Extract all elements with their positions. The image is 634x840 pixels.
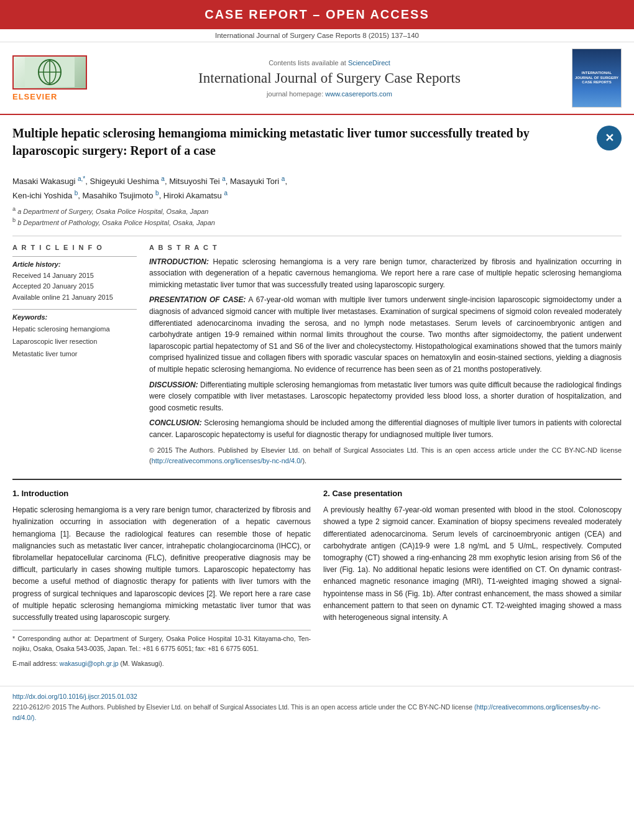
abstract-column: A B S T R A C T INTRODUCTION: Hepatic sc… bbox=[149, 244, 622, 470]
article-history-label: Article history: bbox=[12, 261, 137, 268]
copyright-license-link[interactable]: http://creativecommons.org/licenses/by-n… bbox=[152, 457, 303, 464]
body-right-column: 2. Case presentation A previously health… bbox=[323, 487, 622, 673]
keyword-1: Hepatic sclerosing hemangioma bbox=[12, 323, 137, 336]
homepage-label: journal homepage: bbox=[267, 90, 325, 98]
copyright-suffix: ). bbox=[302, 457, 306, 464]
conclusion-head: CONCLUSION: bbox=[149, 418, 202, 427]
footnote-email-label: E-mail address: bbox=[12, 660, 60, 667]
received-date: Received 14 January 2015 bbox=[12, 270, 137, 282]
header-banner: CASE REPORT – OPEN ACCESS bbox=[0, 0, 634, 29]
journal-cover-area: INTERNATIONAL JOURNAL OF SURGERY CASE RE… bbox=[566, 48, 622, 108]
journal-header: ELSEVIER Contents lists available at Sci… bbox=[0, 42, 634, 115]
crossmark-icon: ✕ bbox=[605, 131, 614, 145]
article-body: Multiple hepatic sclerosing hemangioma m… bbox=[0, 115, 634, 680]
logo-image-box bbox=[12, 55, 87, 90]
conclusion-body: Sclerosing hemangioma should be included… bbox=[149, 418, 622, 439]
authors-line: Masaki Wakasugi a,*, Shigeyuki Ueshima a… bbox=[12, 174, 622, 203]
presentation-head: PRESENTATION OF CASE: bbox=[149, 295, 246, 304]
body-left-column: 1. Introduction Hepatic sclerosing heman… bbox=[12, 487, 311, 673]
contents-label: Contents lists available at bbox=[269, 59, 348, 67]
elsevier-logo: ELSEVIER bbox=[12, 55, 93, 101]
affiliation-b: b Department of Pathology, Osaka Police … bbox=[17, 219, 215, 226]
page-footer: http://dx.doi.org/10.1016/j.ijscr.2015.0… bbox=[0, 686, 634, 727]
abstract-copyright: © 2015 The Authors. Published by Elsevie… bbox=[149, 445, 622, 466]
journal-homepage-line: journal homepage: www.casereports.com bbox=[106, 90, 553, 98]
article-info-abstract-section: A R T I C L E I N F O Article history: R… bbox=[12, 236, 622, 470]
science-direct-link[interactable]: ScienceDirect bbox=[348, 59, 390, 67]
doi-link[interactable]: http://dx.doi.org/10.1016/j.ijscr.2015.0… bbox=[12, 693, 137, 700]
keywords-label: Keywords: bbox=[12, 313, 137, 321]
journal-cover-image: INTERNATIONAL JOURNAL OF SURGERY CASE RE… bbox=[572, 48, 622, 108]
article-info-label: A R T I C L E I N F O bbox=[12, 244, 137, 251]
article-title: Multiple hepatic sclerosing hemangioma m… bbox=[12, 124, 589, 159]
publisher-logo-area: ELSEVIER bbox=[12, 55, 93, 101]
intro-body: Hepatic sclerosing hemangioma is a very … bbox=[149, 257, 622, 289]
article-history-section: Article history: Received 14 January 201… bbox=[12, 256, 137, 303]
banner-title: CASE REPORT – OPEN ACCESS bbox=[204, 7, 430, 21]
footer-copyright-text: 2210-2612/© 2015 The Authors. Published … bbox=[12, 703, 472, 711]
journal-citation: International Journal of Surgery Case Re… bbox=[215, 32, 419, 39]
discussion-head: DISCUSSION: bbox=[149, 381, 198, 389]
science-direct-line: Contents lists available at ScienceDirec… bbox=[106, 59, 553, 67]
intro-head: INTRODUCTION: bbox=[149, 257, 209, 266]
keywords-section: Keywords: Hepatic sclerosing hemangioma … bbox=[12, 309, 137, 360]
presentation-body: A 67-year-old woman with multiple liver … bbox=[149, 295, 622, 374]
affiliation-a: a Department of Surgery, Osaka Police Ho… bbox=[17, 208, 208, 215]
section2-heading: 2. Case presentation bbox=[323, 487, 622, 501]
journal-title: International Journal of Surgery Case Re… bbox=[106, 70, 553, 86]
section-divider bbox=[12, 479, 622, 480]
footnote-section: * Corresponding author at: Department of… bbox=[12, 630, 311, 668]
article-info-column: A R T I C L E I N F O Article history: R… bbox=[12, 244, 137, 470]
elsevier-name: ELSEVIER bbox=[12, 92, 57, 101]
footer-doi: http://dx.doi.org/10.1016/j.ijscr.2015.0… bbox=[12, 691, 622, 702]
journal-info-bar: International Journal of Surgery Case Re… bbox=[0, 29, 634, 42]
body-text-section: 1. Introduction Hepatic sclerosing heman… bbox=[12, 487, 622, 673]
section2-text: A previously healthy 67-year-old woman p… bbox=[323, 504, 622, 624]
logo-graphic bbox=[14, 57, 86, 88]
section1-heading: 1. Introduction bbox=[12, 487, 311, 501]
abstract-discussion: DISCUSSION: Differentiating multiple scl… bbox=[149, 379, 622, 414]
footnote-email-end: (M. Wakasugi). bbox=[121, 660, 164, 667]
journal-title-area: Contents lists available at ScienceDirec… bbox=[93, 59, 566, 98]
available-online-date: Available online 21 January 2015 bbox=[12, 292, 137, 303]
footnote-email-line: E-mail address: wakasugi@oph.gr.jp (M. W… bbox=[12, 659, 311, 669]
crossmark-logo[interactable]: ✕ bbox=[597, 126, 622, 150]
cover-text: INTERNATIONAL JOURNAL OF SURGERY CASE RE… bbox=[575, 71, 618, 85]
affiliations: a a Department of Surgery, Osaka Police … bbox=[12, 205, 622, 228]
abstract-conclusion: CONCLUSION: Sclerosing hemangioma should… bbox=[149, 417, 622, 440]
discussion-body: Differentiating multiple sclerosing hema… bbox=[149, 381, 622, 412]
keyword-2: Laparoscopic liver resection bbox=[12, 336, 137, 348]
abstract-label: A B S T R A C T bbox=[149, 244, 622, 251]
footnote-email-link[interactable]: wakasugi@oph.gr.jp bbox=[60, 660, 119, 667]
accepted-date: Accepted 20 January 2015 bbox=[12, 281, 137, 292]
footnote-author-text: * Corresponding author at: Department of… bbox=[12, 634, 311, 654]
abstract-introduction: INTRODUCTION: Hepatic sclerosing hemangi… bbox=[149, 256, 622, 291]
footer-copyright-line: 2210-2612/© 2015 The Authors. Published … bbox=[12, 702, 622, 723]
keyword-3: Metastatic liver tumor bbox=[12, 348, 137, 361]
section1-text: Hepatic sclerosing hemangioma is a very … bbox=[12, 504, 311, 624]
abstract-presentation: PRESENTATION OF CASE: A 67-year-old woma… bbox=[149, 294, 622, 375]
homepage-link[interactable]: www.casereports.com bbox=[325, 90, 392, 98]
abstract-text: INTRODUCTION: Hepatic sclerosing hemangi… bbox=[149, 256, 622, 466]
